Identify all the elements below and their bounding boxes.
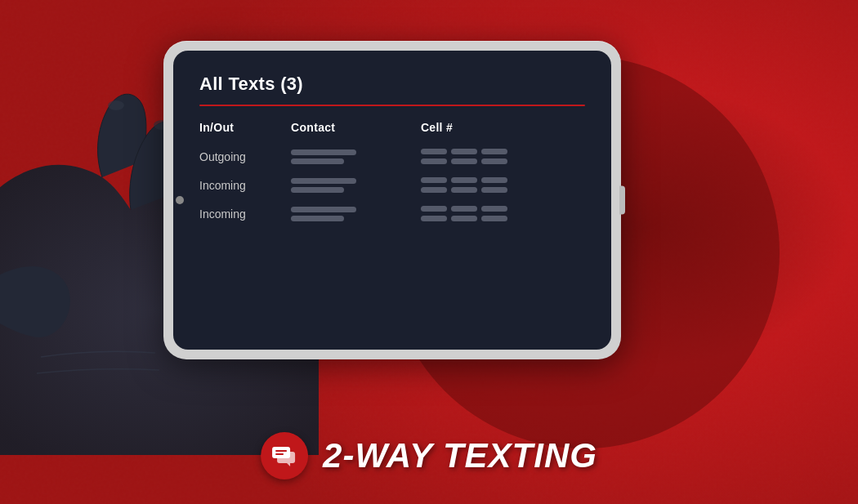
- table-row: Incoming: [199, 171, 585, 199]
- cell-inout: Incoming: [199, 171, 266, 199]
- cell-contact: [266, 199, 396, 228]
- col-header-cell: Cell #: [396, 121, 585, 142]
- tablet: All Texts (3) In/Out Contact Cell # Outg…: [163, 41, 621, 359]
- chat-bubbles-icon: [270, 444, 298, 468]
- cell-contact: [266, 142, 396, 171]
- bottom-title: 2-WAY TEXTING: [323, 436, 597, 475]
- svg-rect-7: [275, 450, 287, 452]
- cell-number: [396, 171, 585, 199]
- cell-number: [396, 199, 585, 228]
- tablet-screen: All Texts (3) In/Out Contact Cell # Outg…: [173, 51, 611, 350]
- svg-point-0: [108, 100, 124, 110]
- svg-rect-5: [272, 447, 290, 458]
- tablet-body: All Texts (3) In/Out Contact Cell # Outg…: [163, 41, 621, 359]
- screen-title: All Texts (3): [199, 74, 585, 95]
- screen-table: In/Out Contact Cell # OutgoingIncomingIn…: [199, 121, 585, 228]
- table-row: Incoming: [199, 199, 585, 228]
- col-header-contact: Contact: [266, 121, 396, 142]
- bottom-banner: 2-WAY TEXTING: [261, 432, 597, 479]
- cell-inout: Outgoing: [199, 142, 266, 171]
- table-row: Outgoing: [199, 142, 585, 171]
- cell-number: [396, 142, 585, 171]
- chat-icon-circle: [261, 432, 308, 479]
- svg-marker-6: [274, 458, 277, 462]
- col-header-inout: In/Out: [199, 121, 266, 142]
- cell-contact: [266, 171, 396, 199]
- cell-inout: Incoming: [199, 199, 266, 228]
- screen-divider: [199, 105, 585, 106]
- svg-marker-4: [287, 463, 290, 466]
- svg-rect-8: [275, 453, 284, 455]
